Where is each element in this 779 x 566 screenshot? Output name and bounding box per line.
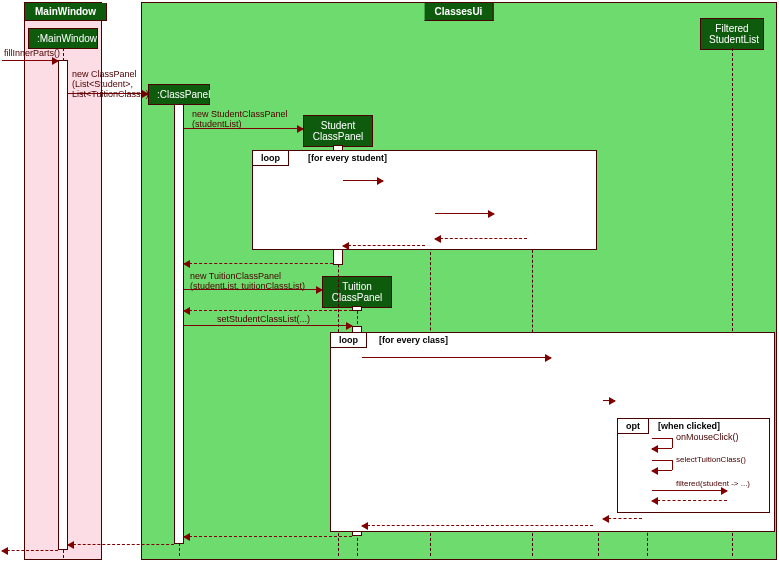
participant-filtered-studentlist: Filtered StudentList (700, 18, 764, 50)
guard-class: [for every class] (379, 335, 448, 345)
classesui-frame-label: ClassesUi (425, 3, 494, 21)
arrow-return-tcp-cp2 (184, 536, 352, 537)
msg-fillinnerparts: fillInnerParts() (4, 48, 60, 58)
arrow-return-cp-mw (68, 544, 174, 545)
participant-tuition-classpanel: Tuition ClassPanel (322, 276, 392, 308)
arrow-create-studentlist-cell (343, 180, 383, 181)
arrow-return-cell-tcp (362, 525, 593, 526)
activation-classpanel (174, 104, 184, 544)
arrow-fillinnerparts (2, 60, 58, 61)
arrow-return-tcc-cell (603, 518, 642, 519)
msg-filtered: filtered(student -> ...) (676, 479, 750, 488)
guard-student: [for every student] (308, 153, 387, 163)
activation-mainwindow (58, 60, 68, 550)
msg-newtuitionclasspanel: new TuitionClassPanel (studentList, tuit… (190, 272, 305, 292)
arrow-return-mw-ext (2, 550, 58, 551)
participant-student-classpanel: Student ClassPanel (303, 115, 373, 147)
arrow-create-tuition-classcard (603, 400, 615, 401)
arrow-onmouseclick-out (652, 438, 672, 439)
arrow-onmouseclick-v (672, 438, 673, 448)
mainwindow-frame-label: MainWindow (25, 3, 107, 21)
arrow-return-filtered (652, 500, 727, 501)
participant-classpanel: :ClassPanel (148, 84, 210, 105)
arrow-create-tuition-cell (362, 357, 551, 358)
loop-student-frame: loop [for every student] (252, 150, 597, 250)
arrow-onmouseclick-in (652, 448, 672, 449)
arrow-filtered (652, 490, 727, 491)
msg-newstudentclasspanel: new StudentClassPanel (studentList) (192, 110, 288, 130)
loop-class-label: loop (331, 333, 367, 348)
arrow-return-cell-scp (343, 245, 425, 246)
guard-click: [when clicked] (658, 421, 720, 431)
msg-onmouseclick: onMouseClick() (676, 432, 739, 442)
participant-mainwindow: :MainWindow (28, 28, 98, 49)
msg-selecttuitionclass: selectTuitionClass() (676, 455, 746, 464)
arrow-selecttuitionclass-in (652, 470, 672, 471)
arrow-setstudentclasslist (184, 325, 352, 326)
msg-setstudentclasslist: setStudentClassList(...) (217, 314, 310, 324)
arrow-return-scp-cp (184, 263, 333, 264)
msg-newclasspanel: new ClassPanel (List<Student>, List<Tuit… (72, 70, 149, 100)
arrow-selecttuitionclass-out (652, 460, 672, 461)
arrow-return-card-cell (435, 238, 527, 239)
activation-tuition-classpanel-1 (352, 306, 362, 311)
arrow-selecttuitionclass-v (672, 460, 673, 470)
loop-student-label: loop (253, 151, 289, 166)
opt-click-label: opt (618, 419, 649, 434)
arrow-return-tcp-cp1 (184, 310, 352, 311)
arrow-create-student-classtabcard (435, 213, 494, 214)
